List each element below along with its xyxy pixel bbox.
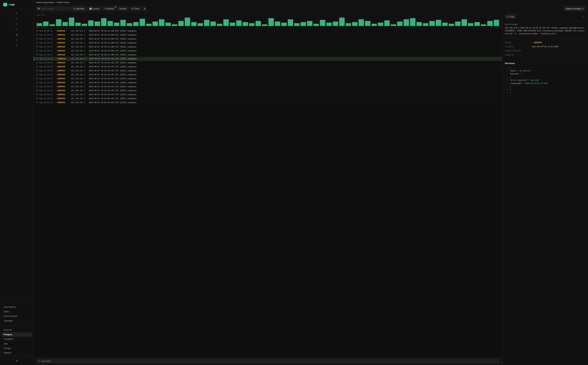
- log-timestamp: 07 Aug 19:36:13: [36, 46, 55, 48]
- log-ip: 192.168.224.4: [71, 50, 88, 52]
- svg-rect-30: [230, 23, 235, 26]
- log-row[interactable]: 07 Aug 19:19:49 ⚠ WARNING 192.168.224.4 …: [34, 93, 502, 97]
- svg-rect-52: [372, 24, 377, 26]
- log-row[interactable]: 07 Aug 19:01:54 ⚠ WARNING 192.168.224.4 …: [34, 101, 502, 105]
- log-severity: ⚠ WARNING: [56, 74, 70, 76]
- json-line: 8 ]: [505, 88, 586, 91]
- sidebar-item-logs-explorer[interactable]: Logs Explorer: [1, 305, 32, 309]
- svg-rect-54: [384, 20, 390, 26]
- sidebar-item-postgrest[interactable]: PostgREST: [1, 337, 32, 341]
- log-row[interactable]: 07 Aug 19:19:49 ⚠ WARNING 192.168.224.4 …: [34, 69, 502, 73]
- breadcrumb-org[interactable]: Default Organization: [36, 1, 54, 4]
- chart-area: Logs / Time Aug 7, 14:39:0 Aug 7, 20:33:…: [34, 13, 502, 29]
- log-row[interactable]: 07 Aug 19:36:13 ⚠ WARNING 192.168.224.4 …: [34, 37, 502, 41]
- severity-button[interactable]: Severity: [117, 7, 129, 11]
- svg-rect-66: [461, 19, 467, 26]
- svg-rect-56: [397, 21, 402, 26]
- svg-rect-17: [146, 24, 151, 26]
- copy-icon: ⎘: [507, 15, 508, 18]
- warning-icon: ⚠: [56, 74, 57, 76]
- nav-logs[interactable]: ≡: [0, 37, 34, 43]
- log-row[interactable]: 07 Aug 19:36:13 ⚠ WARNING 192.168.224.4 …: [34, 29, 502, 33]
- log-row[interactable]: 07 Aug 19:19:49 ⚠ WARNING 192.168.224.4 …: [34, 65, 502, 69]
- log-row[interactable]: 07 Aug 19:19:49 ⚠ WARNING 192.168.224.4 …: [34, 73, 502, 77]
- custom-button[interactable]: 📅 Custom: [87, 7, 101, 11]
- json-line-number: 7: [505, 85, 508, 88]
- log-timestamp: 07 Aug 19:19:49: [36, 94, 55, 96]
- log-severity: ⚠ WARNING: [56, 98, 70, 100]
- nav-home[interactable]: ⊞: [0, 11, 34, 16]
- warning-icon: ⚠: [56, 90, 57, 92]
- log-timestamp: 07 Aug 19:36:13: [36, 42, 55, 44]
- log-row[interactable]: 07 Aug 19:36:13 ⚠ WARNING 192.168.224.4 …: [34, 33, 502, 37]
- svg-rect-5: [69, 18, 74, 26]
- refresh-icon: ↻: [105, 7, 106, 10]
- sidebar-item-storage[interactable]: Storage: [1, 346, 32, 351]
- log-row[interactable]: 07 Aug 19:36:13 ⚠ WARNING 192.168.224.4 …: [34, 45, 502, 49]
- log-footer: ⏎ Load older: [34, 357, 502, 365]
- nav-user-profile[interactable]: ◉: [2, 358, 32, 363]
- log-row[interactable]: 07 Aug 19:19:49 ⚠ WARNING 192.168.224.4 …: [34, 85, 502, 89]
- svg-rect-6: [75, 23, 81, 26]
- breadcrumb-project[interactable]: Default Project: [57, 1, 70, 4]
- nav-doc[interactable]: ◫: [0, 21, 34, 27]
- log-row[interactable]: 07 Aug 19:36:13 ⚠ WARNING 192.168.224.4 …: [34, 53, 502, 57]
- more-button[interactable]: ⬇: [142, 7, 147, 11]
- load-older-button[interactable]: ⏎ Load older: [36, 359, 500, 364]
- json-line: 7 }: [505, 85, 586, 88]
- json-line: 3 "parsed": [: [505, 72, 586, 76]
- log-ip: 192.168.224.4: [71, 54, 88, 56]
- svg-rect-38: [281, 23, 287, 26]
- refresh-button[interactable]: ↻ Refresh: [103, 7, 116, 11]
- nav-table[interactable]: ☰: [0, 16, 34, 21]
- search-input[interactable]: [41, 7, 68, 10]
- log-ip: 192.168.224.4: [71, 78, 88, 80]
- sidebar-item-query[interactable]: Query: [1, 309, 32, 314]
- sidebar-item-realtime[interactable]: Realtime: [1, 351, 32, 355]
- log-severity: ⚠ WARNING: [56, 90, 70, 92]
- log-row[interactable]: 07 Aug 19:19:49 ⚠ WARNING 192.168.224.4 …: [34, 89, 502, 93]
- sidebar-item-templates[interactable]: Templates: [1, 318, 32, 323]
- log-row[interactable]: 07 Aug 19:19:49 ⚠ WARNING 192.168.224.4 …: [34, 61, 502, 65]
- chart-button[interactable]: 👁 Chart: [130, 7, 141, 11]
- log-timestamp: 07 Aug 19:19:49: [36, 74, 55, 76]
- log-row[interactable]: 07 Aug 19:19:49 ⚠ WARNING 192.168.224.4 …: [34, 77, 502, 81]
- search-box[interactable]: 🔍: [36, 7, 70, 11]
- svg-rect-25: [198, 23, 203, 26]
- svg-rect-59: [416, 22, 422, 26]
- warning-icon: ⚠: [56, 30, 57, 32]
- svg-rect-60: [423, 23, 428, 26]
- log-row[interactable]: 07 Aug 19:36:13 ⚠ WARNING 192.168.224.4 …: [34, 49, 502, 53]
- sidebar-item-auth[interactable]: Auth: [1, 341, 32, 346]
- svg-rect-57: [404, 19, 409, 26]
- nav-reports[interactable]: ◈: [0, 43, 34, 48]
- log-message: 2023-08-07 18:36:13.100 UTC [3019] supab…: [89, 42, 137, 44]
- json-line-number: 6: [505, 82, 508, 85]
- log-row[interactable]: 07 Aug 19:19:49 ⚠ WARNING 192.168.224.4 …: [34, 97, 502, 101]
- warning-icon: ⚠: [56, 98, 57, 100]
- log-ip: 192.168.224.4: [71, 102, 88, 104]
- log-message: 2023-08-07 18:19:49.157 UTC [2573] supab…: [89, 78, 137, 80]
- sidebar-item-postgres[interactable]: Postgres: [1, 332, 32, 337]
- json-line: 2 "host": "db-default": [505, 70, 586, 72]
- log-ip: 192.168.224.4: [71, 38, 88, 40]
- json-block: 1 { 2 "host": "db-default" 3 "parsed": […: [505, 66, 586, 95]
- metadata-title: Metadata: [505, 62, 586, 64]
- svg-rect-10: [101, 18, 107, 26]
- log-row[interactable]: 07 Aug 19:19:49 ⚠ WARNING 192.168.224.4 …: [34, 81, 502, 85]
- explore-query-button[interactable]: Explore via query ↗: [564, 7, 586, 11]
- copy-button[interactable]: ⎘ Copy: [505, 14, 516, 19]
- svg-rect-53: [378, 23, 383, 26]
- nav-storage[interactable]: ▣: [0, 32, 34, 37]
- log-ip: 192.168.224.4: [71, 86, 88, 88]
- log-row[interactable]: 07 Aug 19:19:49 ⚠ WARNING 192.168.224.4 …: [34, 57, 502, 61]
- nav-users[interactable]: ◎: [0, 27, 34, 32]
- sidebar-item-kong-api[interactable]: Kong API: [1, 328, 32, 332]
- log-row[interactable]: 07 Aug 19:36:13 ⚠ WARNING 192.168.224.4 …: [34, 41, 502, 45]
- sidebar-item-recent-queries[interactable]: Recent Queries: [1, 314, 32, 318]
- detail-close-button[interactable]: ×: [582, 15, 586, 19]
- last-hour-button[interactable]: ⏱ Last hour: [71, 7, 86, 11]
- svg-rect-27: [210, 21, 216, 26]
- app-title: Logs: [9, 3, 15, 6]
- warning-icon: ⚠: [56, 58, 57, 60]
